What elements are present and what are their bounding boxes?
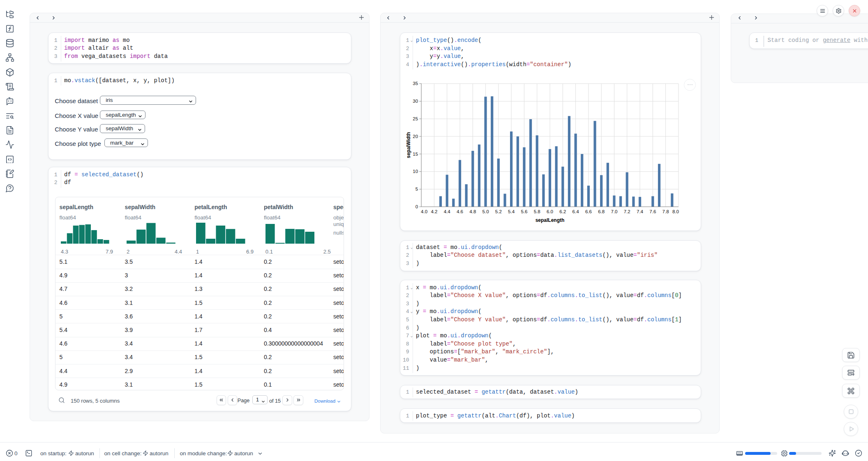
- svg-text:6.8: 6.8: [598, 210, 605, 214]
- svg-text:4.8: 4.8: [469, 210, 476, 214]
- svg-text:10: 10: [413, 169, 418, 174]
- svg-text:25: 25: [413, 116, 418, 121]
- svg-text:sepalWidth: sepalWidth: [406, 132, 411, 158]
- svg-text:5: 5: [415, 187, 418, 191]
- svg-text:sepalLength: sepalLength: [535, 217, 564, 223]
- svg-text:6.6: 6.6: [585, 210, 591, 214]
- svg-text:4.2: 4.2: [431, 210, 437, 214]
- svg-text:6.0: 6.0: [547, 210, 553, 214]
- svg-text:6.4: 6.4: [572, 210, 579, 214]
- svg-text:15: 15: [413, 152, 418, 157]
- svg-text:5.6: 5.6: [521, 210, 527, 214]
- svg-text:4.6: 4.6: [457, 210, 463, 214]
- svg-text:8.0: 8.0: [672, 210, 679, 214]
- svg-text:5.4: 5.4: [508, 210, 515, 214]
- svg-text:20: 20: [413, 134, 418, 139]
- svg-text:5.2: 5.2: [495, 210, 501, 214]
- svg-text:4.4: 4.4: [443, 210, 450, 214]
- svg-text:7.4: 7.4: [637, 210, 644, 214]
- svg-text:0: 0: [415, 204, 418, 209]
- svg-text:7.0: 7.0: [611, 210, 617, 214]
- svg-text:5.0: 5.0: [482, 210, 489, 214]
- svg-text:7.8: 7.8: [662, 210, 669, 214]
- svg-text:7.6: 7.6: [649, 210, 656, 214]
- svg-text:5.8: 5.8: [533, 210, 540, 214]
- svg-text:6.2: 6.2: [559, 210, 566, 214]
- svg-text:4.0: 4.0: [421, 210, 427, 214]
- svg-text:30: 30: [413, 99, 418, 104]
- svg-text:7.2: 7.2: [623, 210, 630, 214]
- svg-text:35: 35: [413, 81, 418, 86]
